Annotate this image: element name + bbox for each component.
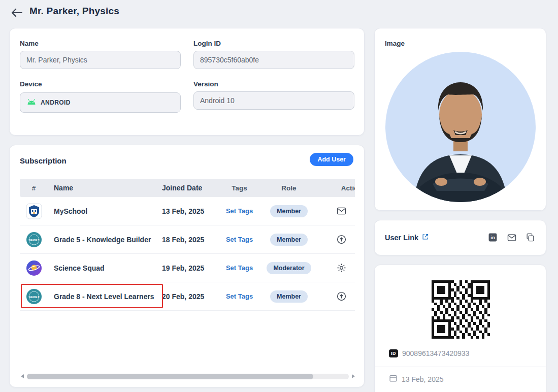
publish-arrow-up-circle-icon[interactable] (336, 291, 347, 302)
table-row[interactable]: GRADE 8 Grade 8 - Next Level Learners 20… (20, 282, 355, 311)
column-header-name: Name (48, 184, 162, 192)
user-link-label: User Link (385, 234, 418, 242)
row-joined-date: 13 Feb, 2025 (162, 207, 218, 215)
set-tags-link[interactable]: Set Tags (226, 236, 253, 243)
row-name: Grade 5 - Knowledge Builder (48, 236, 162, 244)
user-avatar (384, 51, 537, 203)
publish-arrow-up-circle-icon[interactable] (336, 234, 347, 245)
row-name: Science Squad (48, 264, 162, 272)
joined-date-value: 13 Feb, 2025 (402, 375, 444, 383)
email-icon[interactable] (507, 233, 517, 243)
user-link-card: User Link in (374, 220, 546, 255)
device-value: ANDROID (41, 99, 71, 106)
login-id-label: Login ID (193, 40, 221, 47)
android-icon (26, 98, 37, 107)
role-badge: Member (270, 290, 308, 303)
svg-text:in: in (490, 235, 495, 240)
column-header-tags: Tags (218, 184, 261, 192)
grade8-group-icon: GRADE 8 (26, 288, 42, 305)
back-arrow-icon[interactable] (10, 6, 23, 19)
name-label: Name (20, 40, 39, 47)
table-row[interactable]: Science Squad 19 Feb, 2025 Set Tags Mode… (20, 254, 355, 282)
details-card: Name Login ID Device ANDROID Version (9, 28, 365, 136)
row-joined-date: 19 Feb, 2025 (162, 264, 218, 272)
version-label: Version (193, 80, 218, 88)
scroll-right-arrow-icon[interactable] (351, 374, 356, 379)
version-field[interactable] (193, 91, 354, 110)
copy-icon[interactable] (526, 233, 536, 243)
column-header-actions: Actions (317, 184, 355, 192)
image-card: Image (374, 28, 546, 211)
grade5-group-icon: GRADE 5 (26, 232, 42, 248)
row-name: Grade 8 - Next Level Learners (48, 292, 162, 301)
role-badge: Member (270, 234, 308, 246)
device-field[interactable]: ANDROID (20, 92, 181, 113)
scrollbar-thumb[interactable] (27, 374, 313, 379)
table-header-row: # Name Joined Date Tags Role Actions (20, 179, 355, 197)
set-tags-link[interactable]: Set Tags (226, 264, 253, 272)
top-bar: Mr. Parker, Physics (0, 0, 558, 24)
role-badge: Member (270, 205, 308, 217)
divider (375, 367, 546, 367)
myschool-logo-icon (26, 203, 42, 219)
column-header-number: # (20, 184, 48, 192)
linkedin-icon[interactable]: in (488, 233, 498, 243)
login-id-field[interactable] (193, 51, 354, 69)
svg-text:GRADE 5: GRADE 5 (28, 239, 39, 241)
user-link[interactable]: User Link (385, 233, 429, 242)
row-name: MySchool (48, 207, 162, 215)
horizontal-scrollbar (20, 373, 356, 380)
role-badge: Moderator (267, 262, 311, 274)
page-title: Mr. Parker, Physics (29, 6, 119, 17)
column-header-joined-date: Joined Date (162, 184, 218, 192)
set-tags-link[interactable]: Set Tags (226, 292, 253, 300)
column-header-role: Role (261, 184, 317, 192)
qr-card: ID 90089613473420933 13 Feb, 2025 (374, 265, 546, 392)
scrollbar-track[interactable] (27, 374, 349, 379)
device-label: Device (20, 80, 42, 88)
set-tags-link[interactable]: Set Tags (226, 207, 253, 215)
table-row[interactable]: GRADE 5 Grade 5 - Knowledge Builder 18 F… (20, 225, 355, 254)
image-label: Image (385, 40, 405, 47)
row-joined-date: 20 Feb, 2025 (162, 292, 218, 301)
user-detail-page: Mr. Parker, Physics Name Login ID Device… (0, 0, 558, 392)
svg-text:GRADE 8: GRADE 8 (28, 296, 39, 298)
manage-accounts-gear-icon[interactable] (336, 263, 347, 274)
id-chip-icon: ID (389, 349, 398, 357)
calendar-icon (389, 374, 398, 384)
science-squad-icon (26, 260, 42, 276)
subscription-title: Subscription (20, 156, 67, 165)
scroll-left-arrow-icon[interactable] (20, 374, 25, 379)
subscription-table: # Name Joined Date Tags Role Actions (20, 179, 355, 362)
subscription-card: Subscription Add User # Name Joined Date… (9, 145, 365, 387)
name-field[interactable] (20, 51, 181, 69)
external-link-icon (421, 233, 429, 242)
user-id-value: 90089613473420933 (402, 349, 469, 357)
table-row[interactable]: MySchool 13 Feb, 2025 Set Tags Member (20, 197, 355, 225)
add-user-button[interactable]: Add User (310, 153, 353, 166)
row-joined-date: 18 Feb, 2025 (162, 236, 218, 244)
mail-icon[interactable] (336, 206, 347, 217)
qr-code (429, 277, 493, 342)
